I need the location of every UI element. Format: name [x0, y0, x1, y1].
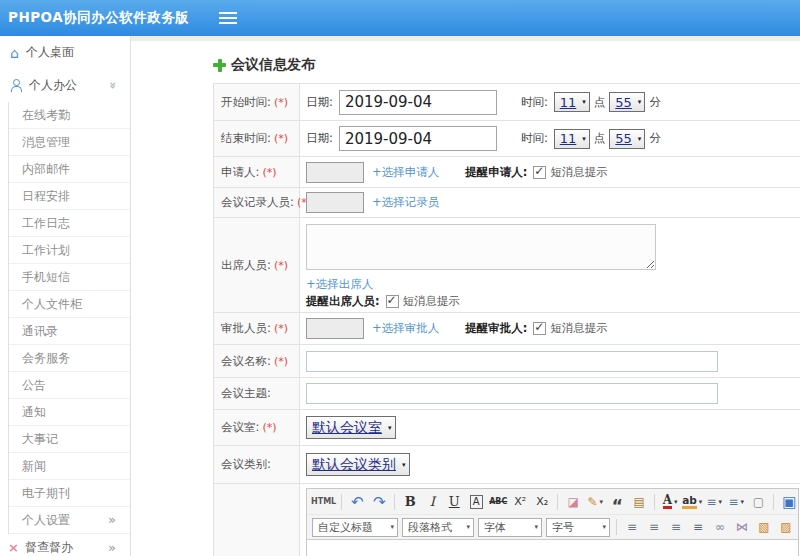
recorder-input[interactable]: [306, 192, 364, 213]
sidebar-submenu-item[interactable]: 个人设置 »: [9, 507, 130, 534]
approver-input[interactable]: [306, 318, 364, 339]
sidebar-submenu-item[interactable]: 在线考勤: [9, 102, 130, 129]
strikethrough-icon[interactable]: ABC: [488, 492, 508, 512]
undo-icon[interactable]: ↶: [347, 492, 367, 512]
redo-icon[interactable]: ↷: [369, 492, 389, 512]
sms-remind-checkbox[interactable]: ✓: [386, 295, 399, 308]
sidebar-submenu-item[interactable]: 个人文件柜: [9, 291, 130, 318]
hamburger-menu-icon[interactable]: [219, 12, 237, 24]
attendees-textarea[interactable]: [306, 224, 656, 270]
align-right-icon[interactable]: ≡: [666, 517, 686, 537]
html-source-icon[interactable]: HTML: [311, 492, 336, 512]
start-minute-select[interactable]: 55▾: [609, 92, 645, 112]
chevron-down-icon: ▾: [699, 498, 703, 506]
sidebar-submenu-item[interactable]: 大事记: [9, 426, 130, 453]
form-row-attendees: 出席人员:(*) +选择出席人 提醒出席人员: ✓ 短消息提示: [214, 218, 800, 313]
sidebar-submenu-item[interactable]: 新闻: [9, 453, 130, 480]
eraser-icon[interactable]: ◪: [563, 492, 583, 512]
field-label: 会议记录人员:: [221, 195, 294, 209]
sms-remind-checkbox[interactable]: ✓: [533, 166, 546, 179]
new-page-icon[interactable]: ▢: [748, 492, 768, 512]
sms-remind-checkbox[interactable]: ✓: [533, 322, 546, 335]
sidebar-submenu-item[interactable]: 日程安排: [9, 183, 130, 210]
sms-label: 短消息提示: [403, 294, 461, 309]
form-row-meeting-category: 会议类别: 默认会议类别▾: [214, 446, 800, 484]
person-icon: [10, 79, 22, 92]
italic-icon[interactable]: I: [422, 492, 442, 512]
app-title: PHPOA协同办公软件政务版: [0, 9, 189, 27]
required-mark: (*): [262, 421, 276, 434]
form-row-meeting-name: 会议名称:(*): [214, 345, 800, 378]
sidebar-item-desktop[interactable]: ⌂ 个人桌面: [0, 36, 130, 69]
meeting-name-input[interactable]: [306, 351, 718, 372]
sidebar-submenu-item[interactable]: 电子期刊: [9, 480, 130, 507]
highlight-color-icon[interactable]: ab ▾: [682, 492, 702, 512]
sidebar-submenu-item[interactable]: 内部邮件: [9, 156, 130, 183]
meeting-form: 开始时间:(*) 日期: 时间: 11▾ 点 55▾ 分 结束时间:(*): [213, 83, 800, 556]
font-size-select[interactable]: 字号 ▾: [546, 518, 610, 537]
unordered-list-icon[interactable]: ≡ ▾: [726, 492, 746, 512]
applicant-input[interactable]: [306, 162, 364, 183]
subscript-icon[interactable]: X₂: [532, 492, 552, 512]
align-center-icon[interactable]: ≡: [644, 517, 664, 537]
format-painter-icon[interactable]: ✎ ▾: [585, 492, 605, 512]
link-icon[interactable]: ∞: [710, 517, 730, 537]
font-color-icon[interactable]: A ▾: [660, 492, 680, 512]
underline-icon[interactable]: U: [444, 492, 464, 512]
sidebar-submenu-item[interactable]: 会务服务: [9, 345, 130, 372]
sidebar-submenu-item[interactable]: 消息管理: [9, 129, 130, 156]
font-family-select[interactable]: 字体 ▾: [478, 518, 542, 537]
end-minute-select[interactable]: 55▾: [609, 129, 645, 149]
form-row-meeting-room: 会议室:(*) 默认会议室▾: [214, 410, 800, 446]
align-justify-icon[interactable]: ≡: [688, 517, 708, 537]
main-panel: 会议信息发布 开始时间:(*) 日期: 时间: 11▾ 点 55▾ 分: [131, 36, 800, 556]
fullscreen-icon[interactable]: ▣: [779, 492, 798, 512]
sidebar-item-office[interactable]: 个人办公 »: [0, 69, 130, 102]
sidebar-submenu-item[interactable]: 工作日志: [9, 210, 130, 237]
blockquote-icon[interactable]: “: [607, 492, 627, 512]
start-date-input[interactable]: [339, 90, 497, 115]
select-recorder-link[interactable]: +选择记录员: [372, 195, 439, 210]
select-attendees-link[interactable]: +选择出席人: [306, 277, 373, 292]
sidebar-submenu-label: 消息管理: [22, 129, 70, 155]
select-approver-link[interactable]: +选择审批人: [372, 321, 439, 336]
meeting-category-select[interactable]: 默认会议类别▾: [306, 453, 410, 476]
end-date-input[interactable]: [339, 126, 497, 151]
required-mark: (*): [274, 96, 288, 109]
sidebar-submenu-label: 工作日志: [22, 210, 70, 236]
date-label: 日期:: [306, 95, 333, 110]
chevron-down-icon: ▾: [638, 135, 642, 143]
sidebar-submenu-item[interactable]: 工作计划: [9, 237, 130, 264]
ordered-list-icon[interactable]: ≡ ▾: [704, 492, 724, 512]
check-icon: ✓: [387, 293, 397, 307]
image-icon[interactable]: ▧: [754, 517, 774, 537]
start-hour-select[interactable]: 11▾: [554, 92, 590, 112]
sidebar-submenu-item[interactable]: 通知: [9, 399, 130, 426]
insert-image-icon[interactable]: ▨: [776, 517, 796, 537]
superscript-icon[interactable]: X²: [510, 492, 530, 512]
chevron-right-icon: »: [108, 507, 116, 533]
meeting-room-select[interactable]: 默认会议室▾: [306, 416, 396, 439]
align-left-icon[interactable]: ≡: [622, 517, 642, 537]
bold-icon[interactable]: B: [400, 492, 420, 512]
end-hour-select[interactable]: 11▾: [554, 129, 590, 149]
select-applicant-link[interactable]: +选择申请人: [372, 165, 439, 180]
sidebar-submenu-item[interactable]: 手机短信: [9, 264, 130, 291]
sidebar-submenu-item[interactable]: 通讯录: [9, 318, 130, 345]
form-row-start-time: 开始时间:(*) 日期: 时间: 11▾ 点 55▾ 分: [214, 84, 800, 121]
unlink-icon[interactable]: ⋈: [732, 517, 752, 537]
editor-content-area[interactable]: [307, 539, 798, 556]
sidebar-submenu-item[interactable]: 公告: [9, 372, 130, 399]
custom-title-select[interactable]: 自定义标题 ▾: [312, 518, 398, 537]
sidebar: ⌂ 个人桌面 个人办公 » 在线考勤 消息管理 内部邮件: [0, 36, 131, 556]
char-border-icon[interactable]: A: [466, 492, 486, 512]
sidebar-item-label: 个人桌面: [26, 44, 74, 61]
paragraph-format-select[interactable]: 段落格式 ▾: [402, 518, 474, 537]
sidebar-submenu-label: 电子期刊: [22, 480, 70, 506]
sidebar-submenu-label: 个人设置: [22, 507, 70, 533]
chevron-down-icon: ▾: [674, 498, 678, 506]
meeting-subject-input[interactable]: [306, 383, 718, 404]
sidebar-submenu-label: 公告: [22, 372, 46, 398]
paste-icon[interactable]: ▤: [629, 492, 649, 512]
sidebar-item-supervise[interactable]: × 督查督办 »: [0, 534, 130, 556]
